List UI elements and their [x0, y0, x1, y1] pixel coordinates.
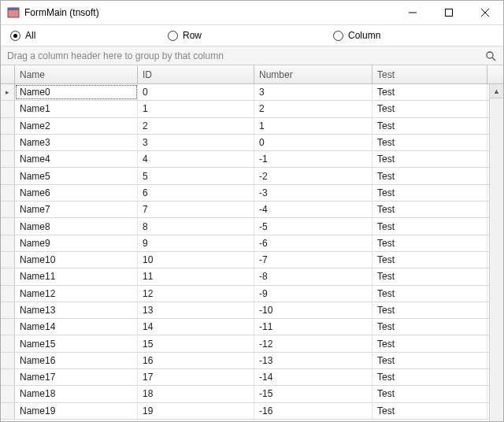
cell-test[interactable]: Test — [372, 185, 487, 201]
column-header-id[interactable]: ID — [138, 65, 254, 83]
cell-number[interactable]: -8 — [254, 268, 372, 284]
table-row[interactable]: Name66-3Test — [1, 185, 489, 202]
scroll-track[interactable] — [490, 98, 503, 421]
cell-name[interactable]: Name14 — [15, 319, 138, 335]
cell-test[interactable]: Test — [372, 218, 487, 234]
cell-id[interactable]: 14 — [138, 319, 254, 335]
cell-name[interactable]: Name10 — [15, 252, 138, 268]
cell-number[interactable]: -13 — [254, 353, 372, 368]
cell-id[interactable]: 13 — [138, 302, 254, 318]
column-header-test[interactable]: Test — [372, 65, 487, 83]
cell-id[interactable]: 4 — [138, 151, 254, 167]
cell-name[interactable]: Name8 — [15, 218, 138, 234]
cell-test[interactable]: Test — [372, 403, 487, 419]
cell-name[interactable]: Name4 — [15, 151, 138, 167]
table-row[interactable]: Name221Test — [1, 118, 489, 135]
cell-test[interactable]: Test — [372, 353, 487, 368]
cell-name[interactable]: Name18 — [15, 386, 138, 402]
cell-test[interactable]: Test — [372, 319, 487, 335]
table-row[interactable]: Name44-1Test — [1, 151, 489, 168]
cell-number[interactable]: 1 — [254, 118, 372, 134]
table-row[interactable]: Name88-5Test — [1, 218, 489, 235]
cell-id[interactable]: 3 — [138, 135, 254, 150]
table-row[interactable]: Name1010-7Test — [1, 252, 489, 268]
cell-name[interactable]: Name0 — [15, 84, 138, 100]
cell-name[interactable]: Name6 — [15, 185, 138, 201]
cell-number[interactable]: -15 — [254, 386, 372, 402]
radio-column[interactable]: Column — [333, 30, 380, 41]
cell-id[interactable]: 12 — [138, 286, 254, 302]
cell-number[interactable]: -7 — [254, 252, 372, 268]
minimize-button[interactable] — [395, 1, 431, 24]
cell-name[interactable]: Name1 — [15, 101, 138, 117]
cell-number[interactable]: -11 — [254, 319, 372, 335]
cell-id[interactable]: 18 — [138, 386, 254, 402]
table-row[interactable]: Name330Test — [1, 135, 489, 151]
table-row[interactable]: Name1717-14Test — [1, 369, 489, 386]
cell-test[interactable]: Test — [372, 151, 487, 167]
column-header-number[interactable]: Number — [254, 65, 372, 83]
cell-name[interactable]: Name12 — [15, 286, 138, 302]
cell-name[interactable]: Name16 — [15, 353, 138, 368]
cell-name[interactable]: Name15 — [15, 335, 138, 351]
cell-id[interactable]: 8 — [138, 218, 254, 234]
maximize-button[interactable] — [431, 1, 467, 24]
cell-number[interactable]: -12 — [254, 335, 372, 351]
table-row[interactable]: ▸Name003Test — [1, 84, 489, 101]
cell-number[interactable]: -14 — [254, 369, 372, 385]
cell-name[interactable]: Name19 — [15, 403, 138, 419]
table-row[interactable]: Name112Test — [1, 101, 489, 117]
cell-number[interactable]: -2 — [254, 168, 372, 183]
search-icon[interactable] — [483, 48, 498, 64]
close-button[interactable] — [467, 1, 503, 24]
cell-number[interactable]: -1 — [254, 151, 372, 167]
cell-number[interactable]: -5 — [254, 218, 372, 234]
cell-id[interactable]: 9 — [138, 235, 254, 251]
cell-number[interactable]: -6 — [254, 235, 372, 251]
column-header-name[interactable]: Name — [15, 65, 138, 83]
table-row[interactable]: Name1818-15Test — [1, 386, 489, 402]
cell-name[interactable]: Name17 — [15, 369, 138, 385]
cell-test[interactable]: Test — [372, 252, 487, 268]
scroll-up-button[interactable]: ▲ — [490, 84, 503, 98]
cell-name[interactable]: Name2 — [15, 118, 138, 134]
cell-number[interactable]: -16 — [254, 403, 372, 419]
cell-name[interactable]: Name5 — [15, 168, 138, 183]
cell-id[interactable]: 11 — [138, 268, 254, 284]
group-by-panel[interactable]: Drag a column header here to group by th… — [1, 46, 503, 65]
cell-test[interactable]: Test — [372, 168, 487, 183]
table-row[interactable]: Name1313-10Test — [1, 302, 489, 319]
cell-id[interactable]: 1 — [138, 101, 254, 117]
cell-name[interactable]: Name9 — [15, 235, 138, 251]
radio-row[interactable]: Row — [168, 30, 333, 41]
cell-number[interactable]: -9 — [254, 286, 372, 302]
cell-id[interactable]: 6 — [138, 185, 254, 201]
vertical-scrollbar[interactable]: ▲ — [489, 84, 503, 421]
cell-name[interactable]: Name11 — [15, 268, 138, 284]
cell-number[interactable]: 3 — [254, 84, 372, 100]
cell-test[interactable]: Test — [372, 286, 487, 302]
cell-number[interactable]: 2 — [254, 101, 372, 117]
table-row[interactable]: Name1616-13Test — [1, 353, 489, 369]
cell-name[interactable]: Name13 — [15, 302, 138, 318]
radio-all[interactable]: All — [10, 30, 168, 41]
cell-test[interactable]: Test — [372, 268, 487, 284]
cell-test[interactable]: Test — [372, 386, 487, 402]
cell-id[interactable]: 19 — [138, 403, 254, 419]
table-row[interactable]: Name1515-12Test — [1, 335, 489, 352]
cell-test[interactable]: Test — [372, 84, 487, 100]
cell-id[interactable]: 16 — [138, 353, 254, 368]
table-row[interactable]: Name99-6Test — [1, 235, 489, 252]
table-row[interactable]: Name55-2Test — [1, 168, 489, 184]
cell-test[interactable]: Test — [372, 235, 487, 251]
cell-id[interactable]: 7 — [138, 202, 254, 217]
table-row[interactable]: Name77-4Test — [1, 202, 489, 218]
table-row[interactable]: Name1414-11Test — [1, 319, 489, 335]
cell-id[interactable]: 17 — [138, 369, 254, 385]
cell-test[interactable]: Test — [372, 335, 487, 351]
table-row[interactable]: Name1111-8Test — [1, 268, 489, 285]
cell-id[interactable]: 5 — [138, 168, 254, 183]
cell-test[interactable]: Test — [372, 118, 487, 134]
cell-name[interactable]: Name3 — [15, 135, 138, 150]
cell-id[interactable]: 15 — [138, 335, 254, 351]
